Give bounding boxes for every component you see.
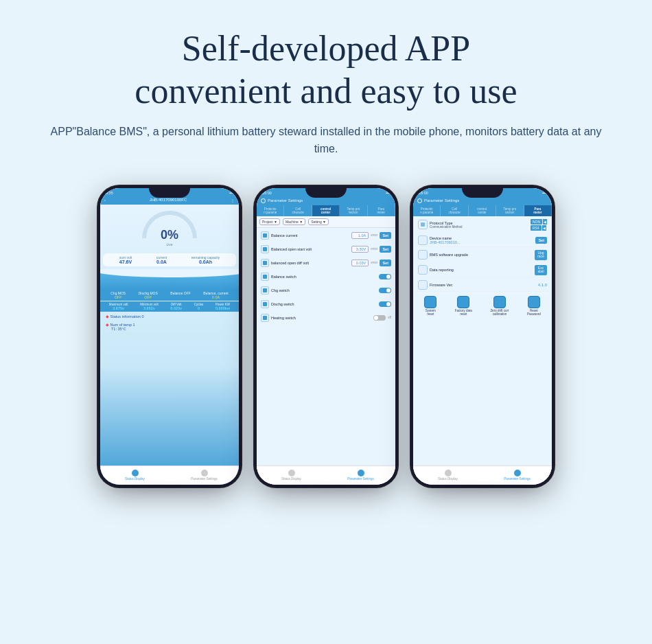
balance-off: Balance OFF xyxy=(170,291,190,299)
balanced-diff-set[interactable]: Set xyxy=(380,260,391,266)
balanced-diff-input[interactable]: 0.03V xyxy=(351,260,369,266)
balanced-diff-icon xyxy=(261,259,269,267)
gear-icon xyxy=(261,198,266,203)
protocol-dropdown-arrow2: ◀ xyxy=(542,225,546,231)
protocol-dropdowns: NON ◀ RS4 ◀ xyxy=(531,219,547,231)
system-reset-btn[interactable]: Systemreset xyxy=(424,296,436,316)
phone3-tab-cell[interactable]: Cellcharacte xyxy=(441,205,468,216)
heating-off-label: off xyxy=(388,316,391,319)
phone2-nav-param[interactable]: Parameter Settings xyxy=(326,466,395,485)
device-name-content: Device name JHB-401709010... xyxy=(430,236,533,244)
svg-rect-0 xyxy=(421,222,425,227)
phone3-content: 16:00 0.2KB ▪▪▪ Parameter Settings Prote… xyxy=(413,188,552,485)
data-reporting-btn[interactable]: Escalati xyxy=(535,265,547,275)
diff-volt-stat: Diff Volt0.023v xyxy=(170,303,182,310)
page-header: Self-developed APP convenient and easy t… xyxy=(0,0,652,165)
dischg-switch-toggle[interactable] xyxy=(379,301,391,307)
phone2-signal-icons: ▪▪▪ xyxy=(386,191,390,195)
balanced-diff-label: balanced open diff volt xyxy=(271,261,349,265)
phone3-nav-param[interactable]: Parameter Settings xyxy=(482,466,552,485)
data-reporting-icon xyxy=(418,265,428,275)
phone3-nav-status[interactable]: Status Display xyxy=(413,466,482,485)
factory-reset-btn[interactable]: Factory datareset xyxy=(455,296,472,316)
reset-password-icon xyxy=(528,296,540,308)
phone3-status-icon xyxy=(445,470,452,476)
bms-upgrade-label: BMS software upgrade xyxy=(430,253,533,257)
bms-upgrade-btn[interactable]: Upgrace xyxy=(535,250,547,260)
param-balanced-open: Balanced open start volt 3.30V enter Set xyxy=(259,244,393,255)
power-stat: Power KW0.000kw xyxy=(216,303,230,310)
filter-machine[interactable]: Machine ▼ xyxy=(283,218,305,225)
balanced-open-enter: enter xyxy=(371,247,377,251)
balance-current-set[interactable]: Set xyxy=(380,232,391,239)
phone3-param-icon xyxy=(514,470,521,476)
phone1-status-icons: ▪▪▪ xyxy=(229,191,233,195)
tab-temp[interactable]: Temp protection xyxy=(340,205,367,216)
phone3-tab-param[interactable]: Parameter xyxy=(524,205,552,216)
protocol-val2: RS4 xyxy=(531,225,542,231)
mos-row: Chg MOSOFF Dischg MOSOFF Balance OFF Bal… xyxy=(100,290,239,301)
phone1-menu-icon[interactable]: ⋮ xyxy=(231,198,235,203)
tab-cell[interactable]: Cellcharacte xyxy=(284,205,312,216)
tab-control[interactable]: controlcenter xyxy=(312,205,340,216)
system-reset-icon xyxy=(424,296,436,308)
nav-status-display[interactable]: Status Display xyxy=(100,466,170,485)
reset-password-btn[interactable]: ResetPassword xyxy=(527,296,541,316)
dischg-mos: Dischg MOSOFF xyxy=(139,291,158,299)
param-balanced-diff: balanced open diff volt 0.03V enter Set xyxy=(259,257,393,268)
balance-current: Balance, current0.0A xyxy=(203,291,228,299)
device-name-item: Device name JHB-401709010... Set xyxy=(416,234,549,247)
balance-current-input[interactable]: 1.0A xyxy=(351,232,369,239)
filter-project[interactable]: Project ▼ xyxy=(259,218,280,225)
phone1-title: JHB-4017090100FC xyxy=(150,198,187,202)
remaining-value: 0.0Ah xyxy=(191,260,220,264)
firmware-ver-icon xyxy=(418,280,428,290)
balanced-open-set[interactable]: Set xyxy=(380,246,391,253)
phone3-tab-protection[interactable]: Protection parame xyxy=(413,205,441,216)
back-icon[interactable]: ‹ xyxy=(104,198,106,202)
nav-param-settings[interactable]: Parameter Settings xyxy=(170,466,239,485)
heating-switch-toggle[interactable] xyxy=(373,315,386,321)
bms-upgrade-content: BMS software upgrade xyxy=(430,253,533,257)
param-balance-switch: Balance switch xyxy=(259,271,393,282)
phones-container: 9:35 56.4KL ▪▪▪ ‹ JHB-4017090100FC ⋮ 0% … xyxy=(77,172,575,508)
balance-switch-toggle[interactable] xyxy=(379,274,391,279)
protocol-type-icon xyxy=(418,220,428,229)
phone3-tab-temp[interactable]: Temp protection xyxy=(496,205,524,216)
phone3-tab-control[interactable]: control.center xyxy=(469,205,496,216)
heating-switch-icon xyxy=(261,314,269,322)
tab-param[interactable]: Parameter xyxy=(368,205,395,216)
filter-setting[interactable]: Setting ▼ xyxy=(308,218,329,225)
balance-current-label: Balance current xyxy=(271,233,349,238)
param-dischg-switch: Dischg switch xyxy=(259,299,393,310)
phone2-nav-status[interactable]: Status Display xyxy=(257,466,326,485)
chg-switch-icon xyxy=(261,286,269,295)
chg-mos: Chg MOSOFF xyxy=(110,291,126,299)
phone1-content: 9:35 56.4KL ▪▪▪ ‹ JHB-4017090100FC ⋮ 0% … xyxy=(100,188,239,485)
zero-drift-label: Zero drift currcalibration xyxy=(490,309,509,316)
device-name-set[interactable]: Set xyxy=(535,237,547,244)
remaining-item: remaining capacity 0.0Ah xyxy=(191,255,220,264)
max-volt-stat: Maximum volt3.675v xyxy=(109,303,128,310)
protocol-dropdown2[interactable]: RS4 ◀ xyxy=(531,225,547,231)
bms-upgrade-item: BMS software upgrade Upgrace xyxy=(416,249,549,262)
tab-protection[interactable]: Protection parame xyxy=(257,205,284,216)
current-item: current 0.0A xyxy=(156,255,167,264)
data-reporting-item: Data reporting Escalati xyxy=(416,264,549,277)
zero-drift-btn[interactable]: Zero drift currcalibration xyxy=(490,296,509,316)
firmware-ver-value: 4.1.0 xyxy=(538,283,547,287)
heating-switch-label: Heating switch xyxy=(271,316,371,320)
phone2: 16:00 0.3KL ▪▪▪ Parameter Settings Prote… xyxy=(254,185,398,487)
phone1-shadow xyxy=(112,485,227,493)
protocol-dropdown1[interactable]: NON ◀ xyxy=(531,219,547,225)
phone2-status-label: Status Display xyxy=(281,477,301,481)
nav-param-label: Parameter Settings xyxy=(191,477,218,481)
device-name-value: JHB-401709010... xyxy=(430,240,533,244)
chg-switch-toggle[interactable] xyxy=(379,288,391,293)
phone2-tabs: Protection parame Cellcharacte controlce… xyxy=(257,205,395,216)
soc-percent: 0% xyxy=(161,228,178,242)
phone3-status-label: Status Display xyxy=(438,477,458,481)
phone2-shadow xyxy=(268,485,384,493)
balanced-open-input[interactable]: 3.30V xyxy=(351,246,369,253)
phone2-screen: 16:00 0.3KL ▪▪▪ Parameter Settings Prote… xyxy=(257,188,395,485)
